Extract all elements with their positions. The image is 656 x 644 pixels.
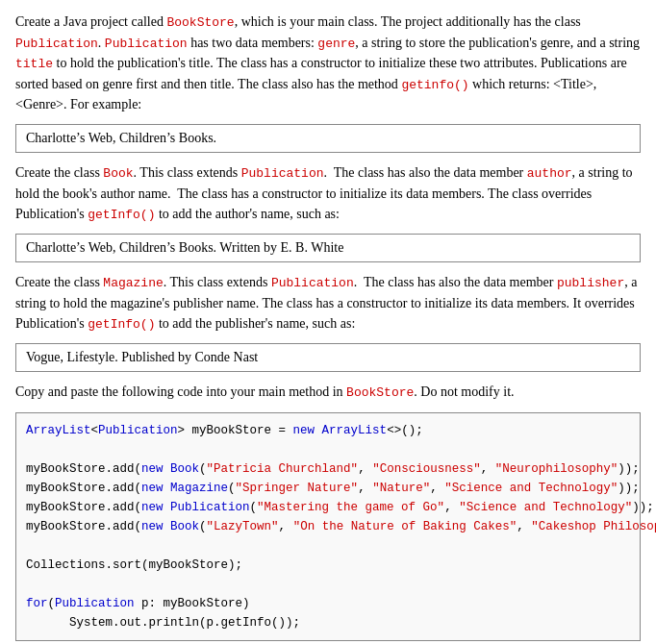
code-bookstore: BookStore xyxy=(166,15,234,30)
code-book-class: Book xyxy=(103,166,133,181)
code-bookstore-main: BookStore xyxy=(346,385,414,400)
paragraph-1: Create a Java project called BookStore, … xyxy=(15,12,641,114)
code-publication-extends2: Publication xyxy=(271,276,354,290)
code-author: author xyxy=(527,166,572,181)
example-text-1: Charlotte’s Web, Children’s Books. xyxy=(26,131,216,145)
text-then: then xyxy=(184,77,207,91)
example-box-1: Charlotte’s Web, Children’s Books. xyxy=(15,124,641,153)
code-magazine-class: Magazine xyxy=(103,276,163,290)
code-publisher: publisher xyxy=(557,276,624,290)
code-publication1: Publication xyxy=(15,37,98,51)
code-title: title xyxy=(15,57,53,71)
example-text-3: Vogue, Lifestyle. Published by Conde Nas… xyxy=(26,350,258,364)
example-box-3: Vogue, Lifestyle. Published by Conde Nas… xyxy=(15,343,641,372)
example-box-2: Charlotte’s Web, Children’s Books. Writt… xyxy=(15,234,641,262)
code-publication2: Publication xyxy=(105,37,188,51)
code-getinfo-magazine: getInfo() xyxy=(88,317,155,332)
code-publication-extends1: Publication xyxy=(241,166,324,181)
paragraph-4: Copy and paste the following code into y… xyxy=(15,382,641,403)
example-text-2: Charlotte’s Web, Children’s Books. Writt… xyxy=(26,240,343,255)
code-getinfo: getinfo() xyxy=(401,78,468,92)
code-block-main: ArrayList<Publication> myBookStore = new… xyxy=(15,412,641,641)
code-getinfo-book: getInfo() xyxy=(88,208,155,222)
code-genre: genre xyxy=(317,37,355,51)
paragraph-2: Create the class Book. This class extend… xyxy=(15,162,641,224)
paragraph-3: Create the class Magazine. This class ex… xyxy=(15,272,641,334)
